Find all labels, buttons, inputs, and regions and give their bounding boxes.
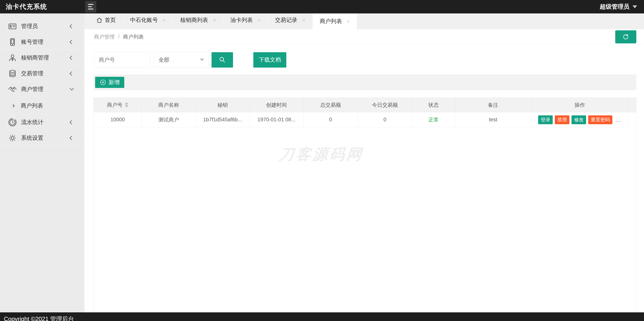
handshake-icon [8,85,17,94]
status-select-value: 全部 [158,56,169,64]
cell-today-amount: 0 [358,112,412,127]
sidebar-item-transactions[interactable]: 交易管理 [0,66,84,81]
user-icon [8,53,17,62]
chevron-down-icon [70,86,74,91]
tab-home[interactable]: 首页 [89,14,123,27]
column-header-secret-key: 秘钥 [196,98,250,112]
merchant-table: 商户号 商户名称 秘钥 创建时间 总交易额 今日交易额 状态 备注 操作 100… [94,98,636,312]
top-bar: 油卡代充系统 超级管理员 [0,0,644,14]
tab-oilcard-list[interactable]: 油卡列表 × [223,14,268,27]
reset-password-button[interactable]: 重置密码 [588,115,612,124]
column-header-today-amount: 今日交易额 [358,98,412,112]
more-actions[interactable]: ... [615,117,621,123]
search-button[interactable] [212,52,233,68]
filter-bar: 全部 下载文档 [84,45,644,75]
sort-icon[interactable] [125,102,128,108]
hamburger-icon [88,4,94,5]
merchant-id-input[interactable] [94,52,150,68]
user-menu[interactable]: 超级管理员 [600,3,637,11]
chevron-left-icon [70,24,74,29]
column-header-created-at: 创建时间 [250,98,304,112]
breadcrumb-section: 商户管理 [94,34,115,40]
tab-label: 油卡列表 [230,16,252,24]
status-badge: 正常 [412,112,455,127]
breadcrumb-separator: / [118,34,120,40]
sidebar-item-label: 系统设置 [21,134,43,142]
breadcrumb-current: 商户列表 [123,34,144,40]
close-icon[interactable]: × [346,18,350,24]
sidebar-toggle-button[interactable] [85,1,96,13]
home-icon [96,17,102,23]
sidebar-item-label: 交易管理 [21,70,43,77]
gear-icon [8,134,17,142]
sidebar-item-statistics[interactable]: 流水统计 [0,114,84,130]
sidebar-item-admin[interactable]: 管理员 [0,19,84,34]
sidebar: 管理员 账号管理 核销商管理 交易管理 商户管理 商户列表 [0,14,84,312]
tab-sinopec-accounts[interactable]: 中石化账号 × [123,14,173,27]
tab-label: 交易记录 [275,16,297,24]
tab-transaction-log[interactable]: 交易记录 × [268,14,312,27]
chevron-left-icon [70,56,74,60]
column-header-total-amount: 总交易额 [304,98,358,112]
tab-bar: 首页 中石化账号 × 核销商列表 × 油卡列表 × 交易记录 × 商户列表 × [84,14,644,27]
table-header-row: 商户号 商户名称 秘钥 创建时间 总交易额 今日交易额 状态 备注 操作 [94,98,636,112]
close-icon[interactable]: × [213,17,216,23]
tab-label: 商户列表 [320,18,342,25]
sidebar-item-label: 核销商管理 [21,54,49,62]
sidebar-item-merchants[interactable]: 商户管理 [0,81,84,97]
table-toolbar: 新增 [94,75,636,90]
chevron-left-icon [70,71,74,76]
status-select[interactable]: 全部 [154,52,209,68]
edit-button[interactable]: 修改 [572,115,586,124]
disable-button[interactable]: 禁用 [555,115,570,124]
cell-total-amount: 0 [304,112,358,127]
tab-label: 核销商列表 [180,16,208,24]
gauge-icon [8,118,17,127]
chevron-left-icon [70,120,74,124]
sidebar-item-label: 账号管理 [21,38,43,46]
sidebar-item-label: 管理员 [21,23,38,30]
tab-merchant-list[interactable]: 商户列表 × [312,14,357,29]
cell-filler [628,112,636,127]
column-header-status: 状态 [412,98,455,112]
tab-label: 首页 [105,16,116,24]
add-button-label: 新增 [108,79,120,86]
close-icon[interactable]: × [257,17,261,23]
cell-merchant-id: 10000 [94,112,142,127]
user-name: 超级管理员 [600,3,630,11]
main-panel: 商户管理 / 商户列表 全部 下载文档 [84,29,644,312]
app-title: 油卡代充系统 [6,2,47,11]
sidebar-item-accounts[interactable]: 账号管理 [0,34,84,50]
sidebar-subitem-merchant-list[interactable]: 商户列表 [0,97,84,114]
id-card-icon [8,22,17,31]
cell-remark: test [455,112,531,127]
column-header-merchant-name: 商户名称 [142,98,196,112]
chevron-right-icon [12,104,15,107]
sidebar-item-verifiers[interactable]: 核销商管理 [0,50,84,66]
chevron-down-icon [200,59,204,61]
search-icon [218,56,226,64]
close-icon[interactable]: × [162,17,166,23]
download-doc-button[interactable]: 下载文档 [253,52,286,68]
add-button[interactable]: 新增 [95,77,124,88]
column-header-filler [628,98,636,112]
database-icon [8,69,17,78]
login-button[interactable]: 登录 [538,115,553,124]
tab-verifier-list[interactable]: 核销商列表 × [173,14,223,27]
breadcrumb: 商户管理 / 商户列表 [84,29,644,45]
column-header-merchant-id[interactable]: 商户号 [94,98,142,112]
chevron-down-icon [632,5,637,8]
sidebar-item-settings[interactable]: 系统设置 [0,130,84,146]
chevron-left-icon [70,40,74,44]
chevron-left-icon [70,136,74,140]
copyright-text: Copyright ©2021 管理后台 [4,316,74,321]
sidebar-item-label: 流水统计 [21,118,43,126]
cell-created-at: 1970-01-01 08... [250,112,304,127]
sidebar-subitem-label: 商户列表 [21,102,43,110]
refresh-button[interactable] [615,30,636,43]
close-icon[interactable]: × [302,17,306,23]
column-header-remark: 备注 [455,98,531,112]
column-header-actions: 操作 [531,98,628,112]
cell-merchant-name: 测试商户 [142,112,196,127]
table-row: 10000 测试商户 1b7f1d545af6b... 1970-01-01 0… [94,112,636,127]
